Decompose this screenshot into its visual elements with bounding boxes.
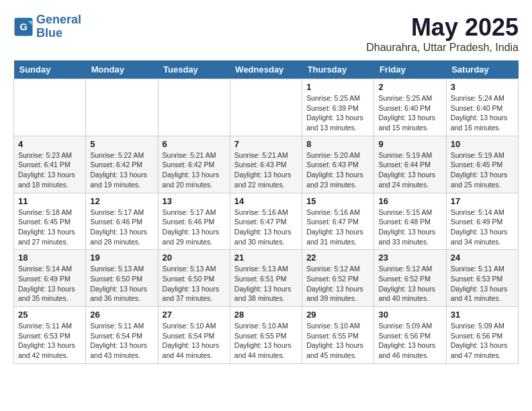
empty-cell bbox=[14, 79, 86, 136]
logo-text: General Blue bbox=[36, 13, 81, 40]
day-number: 7 bbox=[234, 139, 298, 149]
day-info: Sunrise: 5:25 AM Sunset: 6:40 PM Dayligh… bbox=[378, 93, 441, 133]
week-row-1: 1Sunrise: 5:25 AM Sunset: 6:39 PM Daylig… bbox=[14, 79, 519, 136]
day-cell-30: 30Sunrise: 5:09 AM Sunset: 6:56 PM Dayli… bbox=[374, 307, 446, 364]
day-cell-11: 11Sunrise: 5:18 AM Sunset: 6:45 PM Dayli… bbox=[14, 193, 86, 250]
day-cell-5: 5Sunrise: 5:22 AM Sunset: 6:42 PM Daylig… bbox=[86, 136, 158, 193]
day-info: Sunrise: 5:13 AM Sunset: 6:50 PM Dayligh… bbox=[163, 264, 226, 304]
weekday-header-sunday: Sunday bbox=[14, 60, 86, 79]
day-info: Sunrise: 5:11 AM Sunset: 6:54 PM Dayligh… bbox=[90, 321, 153, 361]
day-cell-12: 12Sunrise: 5:17 AM Sunset: 6:46 PM Dayli… bbox=[86, 193, 158, 250]
day-info: Sunrise: 5:16 AM Sunset: 6:47 PM Dayligh… bbox=[234, 208, 298, 247]
day-cell-17: 17Sunrise: 5:14 AM Sunset: 6:49 PM Dayli… bbox=[446, 193, 518, 250]
day-cell-19: 19Sunrise: 5:13 AM Sunset: 6:50 PM Dayli… bbox=[86, 250, 158, 307]
weekday-header-thursday: Thursday bbox=[302, 60, 374, 79]
title-area: May 2025 Dhaurahra, Uttar Pradesh, India bbox=[366, 13, 519, 54]
day-number: 22 bbox=[306, 253, 369, 263]
day-info: Sunrise: 5:19 AM Sunset: 6:44 PM Dayligh… bbox=[378, 150, 441, 190]
day-cell-31: 31Sunrise: 5:09 AM Sunset: 6:56 PM Dayli… bbox=[446, 307, 518, 364]
day-cell-25: 25Sunrise: 5:11 AM Sunset: 6:53 PM Dayli… bbox=[14, 307, 86, 364]
day-number: 29 bbox=[306, 310, 369, 320]
day-number: 15 bbox=[306, 196, 369, 206]
day-number: 24 bbox=[451, 253, 514, 263]
weekday-header-saturday: Saturday bbox=[446, 60, 518, 79]
weekday-header-friday: Friday bbox=[374, 60, 446, 79]
day-cell-27: 27Sunrise: 5:10 AM Sunset: 6:54 PM Dayli… bbox=[158, 307, 230, 364]
day-number: 23 bbox=[378, 253, 441, 263]
empty-cell bbox=[230, 79, 302, 136]
day-info: Sunrise: 5:09 AM Sunset: 6:56 PM Dayligh… bbox=[451, 321, 514, 361]
day-info: Sunrise: 5:11 AM Sunset: 6:53 PM Dayligh… bbox=[18, 321, 81, 361]
day-info: Sunrise: 5:12 AM Sunset: 6:52 PM Dayligh… bbox=[306, 264, 369, 304]
day-info: Sunrise: 5:22 AM Sunset: 6:42 PM Dayligh… bbox=[90, 150, 153, 190]
empty-cell bbox=[86, 79, 158, 136]
day-cell-14: 14Sunrise: 5:16 AM Sunset: 6:47 PM Dayli… bbox=[230, 193, 302, 250]
day-info: Sunrise: 5:17 AM Sunset: 6:46 PM Dayligh… bbox=[90, 208, 153, 247]
day-info: Sunrise: 5:20 AM Sunset: 6:43 PM Dayligh… bbox=[306, 150, 369, 190]
header: G General Blue May 2025 Dhaurahra, Uttar… bbox=[13, 13, 519, 54]
logo-icon: G bbox=[13, 17, 34, 37]
day-number: 16 bbox=[378, 196, 441, 206]
day-number: 17 bbox=[451, 196, 514, 206]
day-number: 3 bbox=[451, 82, 514, 92]
week-row-3: 11Sunrise: 5:18 AM Sunset: 6:45 PM Dayli… bbox=[14, 193, 519, 250]
day-number: 9 bbox=[378, 139, 441, 149]
day-info: Sunrise: 5:15 AM Sunset: 6:48 PM Dayligh… bbox=[378, 208, 441, 247]
day-cell-10: 10Sunrise: 5:19 AM Sunset: 6:45 PM Dayli… bbox=[446, 136, 518, 193]
day-info: Sunrise: 5:10 AM Sunset: 6:55 PM Dayligh… bbox=[234, 321, 298, 361]
logo-line1: General bbox=[36, 13, 81, 26]
day-cell-26: 26Sunrise: 5:11 AM Sunset: 6:54 PM Dayli… bbox=[86, 307, 158, 364]
day-cell-9: 9Sunrise: 5:19 AM Sunset: 6:44 PM Daylig… bbox=[374, 136, 446, 193]
day-info: Sunrise: 5:14 AM Sunset: 6:49 PM Dayligh… bbox=[451, 208, 514, 247]
day-info: Sunrise: 5:11 AM Sunset: 6:53 PM Dayligh… bbox=[451, 264, 514, 304]
day-number: 19 bbox=[90, 253, 153, 263]
day-cell-24: 24Sunrise: 5:11 AM Sunset: 6:53 PM Dayli… bbox=[446, 250, 518, 307]
day-number: 4 bbox=[18, 139, 81, 149]
day-info: Sunrise: 5:13 AM Sunset: 6:50 PM Dayligh… bbox=[90, 264, 153, 304]
day-number: 28 bbox=[234, 310, 298, 320]
day-info: Sunrise: 5:13 AM Sunset: 6:51 PM Dayligh… bbox=[234, 264, 298, 304]
day-info: Sunrise: 5:17 AM Sunset: 6:46 PM Dayligh… bbox=[163, 208, 226, 247]
day-number: 27 bbox=[163, 310, 226, 320]
day-info: Sunrise: 5:23 AM Sunset: 6:41 PM Dayligh… bbox=[18, 150, 81, 190]
day-cell-18: 18Sunrise: 5:14 AM Sunset: 6:49 PM Dayli… bbox=[14, 250, 86, 307]
day-cell-8: 8Sunrise: 5:20 AM Sunset: 6:43 PM Daylig… bbox=[302, 136, 374, 193]
day-cell-20: 20Sunrise: 5:13 AM Sunset: 6:50 PM Dayli… bbox=[158, 250, 230, 307]
day-number: 5 bbox=[90, 139, 153, 149]
day-number: 21 bbox=[234, 253, 298, 263]
weekday-header-tuesday: Tuesday bbox=[158, 60, 230, 79]
day-info: Sunrise: 5:21 AM Sunset: 6:42 PM Dayligh… bbox=[163, 150, 226, 190]
day-info: Sunrise: 5:21 AM Sunset: 6:43 PM Dayligh… bbox=[234, 150, 298, 190]
day-cell-1: 1Sunrise: 5:25 AM Sunset: 6:39 PM Daylig… bbox=[302, 79, 374, 136]
day-number: 6 bbox=[163, 139, 226, 149]
day-cell-23: 23Sunrise: 5:12 AM Sunset: 6:52 PM Dayli… bbox=[374, 250, 446, 307]
month-title: May 2025 bbox=[366, 13, 519, 42]
day-cell-22: 22Sunrise: 5:12 AM Sunset: 6:52 PM Dayli… bbox=[302, 250, 374, 307]
day-number: 12 bbox=[90, 196, 153, 206]
day-number: 25 bbox=[18, 310, 81, 320]
svg-text:G: G bbox=[19, 20, 28, 32]
weekday-header-monday: Monday bbox=[86, 60, 158, 79]
weekday-header-wednesday: Wednesday bbox=[230, 60, 302, 79]
day-cell-4: 4Sunrise: 5:23 AM Sunset: 6:41 PM Daylig… bbox=[14, 136, 86, 193]
day-info: Sunrise: 5:18 AM Sunset: 6:45 PM Dayligh… bbox=[18, 208, 81, 247]
week-row-5: 25Sunrise: 5:11 AM Sunset: 6:53 PM Dayli… bbox=[14, 307, 519, 364]
day-cell-15: 15Sunrise: 5:16 AM Sunset: 6:47 PM Dayli… bbox=[302, 193, 374, 250]
empty-cell bbox=[158, 79, 230, 136]
day-info: Sunrise: 5:25 AM Sunset: 6:39 PM Dayligh… bbox=[306, 93, 369, 133]
day-cell-21: 21Sunrise: 5:13 AM Sunset: 6:51 PM Dayli… bbox=[230, 250, 302, 307]
day-number: 31 bbox=[451, 310, 514, 320]
week-row-2: 4Sunrise: 5:23 AM Sunset: 6:41 PM Daylig… bbox=[14, 136, 519, 193]
day-info: Sunrise: 5:16 AM Sunset: 6:47 PM Dayligh… bbox=[306, 208, 369, 247]
day-cell-2: 2Sunrise: 5:25 AM Sunset: 6:40 PM Daylig… bbox=[374, 79, 446, 136]
day-info: Sunrise: 5:09 AM Sunset: 6:56 PM Dayligh… bbox=[378, 321, 441, 361]
day-number: 30 bbox=[378, 310, 441, 320]
calendar: SundayMondayTuesdayWednesdayThursdayFrid… bbox=[13, 60, 519, 364]
day-info: Sunrise: 5:10 AM Sunset: 6:55 PM Dayligh… bbox=[306, 321, 369, 361]
location-title: Dhaurahra, Uttar Pradesh, India bbox=[366, 42, 519, 54]
day-cell-7: 7Sunrise: 5:21 AM Sunset: 6:43 PM Daylig… bbox=[230, 136, 302, 193]
day-number: 2 bbox=[378, 82, 441, 92]
day-info: Sunrise: 5:14 AM Sunset: 6:49 PM Dayligh… bbox=[18, 264, 81, 304]
day-info: Sunrise: 5:24 AM Sunset: 6:40 PM Dayligh… bbox=[451, 93, 514, 133]
day-info: Sunrise: 5:19 AM Sunset: 6:45 PM Dayligh… bbox=[451, 150, 514, 190]
